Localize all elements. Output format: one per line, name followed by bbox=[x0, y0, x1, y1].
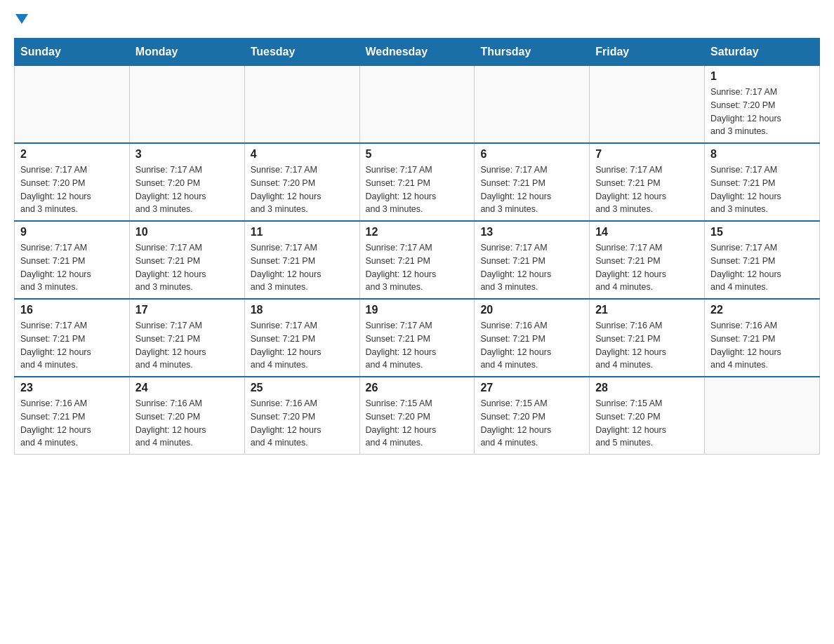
day-number: 4 bbox=[251, 148, 354, 161]
weekday-header-saturday: Saturday bbox=[705, 39, 820, 66]
calendar-cell bbox=[590, 66, 705, 144]
day-number: 19 bbox=[366, 304, 469, 316]
day-number: 20 bbox=[480, 304, 583, 316]
day-info: Sunrise: 7:17 AM Sunset: 7:20 PM Dayligh… bbox=[135, 163, 239, 216]
day-number: 17 bbox=[135, 304, 239, 316]
calendar-cell: 8Sunrise: 7:17 AM Sunset: 7:21 PM Daylig… bbox=[705, 143, 820, 221]
weekday-header-friday: Friday bbox=[590, 39, 705, 66]
day-info: Sunrise: 7:17 AM Sunset: 7:21 PM Dayligh… bbox=[135, 319, 239, 372]
calendar-cell: 16Sunrise: 7:17 AM Sunset: 7:21 PM Dayli… bbox=[15, 299, 130, 377]
day-number: 6 bbox=[480, 148, 583, 161]
calendar-cell: 7Sunrise: 7:17 AM Sunset: 7:21 PM Daylig… bbox=[590, 143, 705, 221]
calendar-week-row: 16Sunrise: 7:17 AM Sunset: 7:21 PM Dayli… bbox=[15, 299, 820, 377]
page-header bbox=[14, 14, 820, 24]
calendar-cell: 4Sunrise: 7:17 AM Sunset: 7:20 PM Daylig… bbox=[244, 143, 359, 221]
day-number: 2 bbox=[20, 148, 124, 161]
calendar-cell: 23Sunrise: 7:16 AM Sunset: 7:21 PM Dayli… bbox=[15, 377, 130, 455]
calendar-week-row: 1Sunrise: 7:17 AM Sunset: 7:20 PM Daylig… bbox=[15, 66, 820, 144]
calendar-cell: 18Sunrise: 7:17 AM Sunset: 7:21 PM Dayli… bbox=[244, 299, 359, 377]
day-number: 24 bbox=[135, 382, 239, 394]
day-info: Sunrise: 7:17 AM Sunset: 7:21 PM Dayligh… bbox=[366, 319, 469, 372]
calendar-cell: 10Sunrise: 7:17 AM Sunset: 7:21 PM Dayli… bbox=[129, 221, 244, 299]
weekday-header-sunday: Sunday bbox=[15, 39, 130, 66]
day-info: Sunrise: 7:17 AM Sunset: 7:21 PM Dayligh… bbox=[710, 163, 814, 216]
day-info: Sunrise: 7:17 AM Sunset: 7:21 PM Dayligh… bbox=[595, 241, 699, 294]
day-info: Sunrise: 7:15 AM Sunset: 7:20 PM Dayligh… bbox=[366, 397, 469, 450]
calendar-table: SundayMondayTuesdayWednesdayThursdayFrid… bbox=[14, 38, 820, 455]
day-info: Sunrise: 7:16 AM Sunset: 7:21 PM Dayligh… bbox=[595, 319, 699, 372]
calendar-cell: 19Sunrise: 7:17 AM Sunset: 7:21 PM Dayli… bbox=[359, 299, 475, 377]
day-info: Sunrise: 7:17 AM Sunset: 7:21 PM Dayligh… bbox=[135, 241, 239, 294]
day-info: Sunrise: 7:16 AM Sunset: 7:21 PM Dayligh… bbox=[480, 319, 583, 372]
day-number: 25 bbox=[251, 382, 354, 394]
calendar-cell: 24Sunrise: 7:16 AM Sunset: 7:20 PM Dayli… bbox=[129, 377, 244, 455]
day-info: Sunrise: 7:16 AM Sunset: 7:20 PM Dayligh… bbox=[135, 397, 239, 450]
day-info: Sunrise: 7:16 AM Sunset: 7:20 PM Dayligh… bbox=[251, 397, 354, 450]
calendar-week-row: 23Sunrise: 7:16 AM Sunset: 7:21 PM Dayli… bbox=[15, 377, 820, 455]
weekday-header-row: SundayMondayTuesdayWednesdayThursdayFrid… bbox=[15, 39, 820, 66]
logo bbox=[14, 14, 28, 24]
calendar-cell: 12Sunrise: 7:17 AM Sunset: 7:21 PM Dayli… bbox=[359, 221, 475, 299]
day-number: 16 bbox=[20, 304, 124, 316]
calendar-cell: 22Sunrise: 7:16 AM Sunset: 7:21 PM Dayli… bbox=[705, 299, 820, 377]
calendar-cell: 28Sunrise: 7:15 AM Sunset: 7:20 PM Dayli… bbox=[590, 377, 705, 455]
calendar-cell: 13Sunrise: 7:17 AM Sunset: 7:21 PM Dayli… bbox=[475, 221, 590, 299]
day-info: Sunrise: 7:17 AM Sunset: 7:21 PM Dayligh… bbox=[20, 241, 124, 294]
day-info: Sunrise: 7:17 AM Sunset: 7:21 PM Dayligh… bbox=[480, 163, 583, 216]
calendar-week-row: 9Sunrise: 7:17 AM Sunset: 7:21 PM Daylig… bbox=[15, 221, 820, 299]
day-info: Sunrise: 7:17 AM Sunset: 7:20 PM Dayligh… bbox=[251, 163, 354, 216]
day-number: 9 bbox=[20, 226, 124, 239]
weekday-header-tuesday: Tuesday bbox=[244, 39, 359, 66]
calendar-cell bbox=[244, 66, 359, 144]
day-info: Sunrise: 7:16 AM Sunset: 7:21 PM Dayligh… bbox=[20, 397, 124, 450]
day-number: 18 bbox=[251, 304, 354, 316]
day-number: 12 bbox=[366, 226, 469, 239]
day-info: Sunrise: 7:17 AM Sunset: 7:20 PM Dayligh… bbox=[20, 163, 124, 216]
day-info: Sunrise: 7:17 AM Sunset: 7:21 PM Dayligh… bbox=[251, 241, 354, 294]
day-number: 10 bbox=[135, 226, 239, 239]
calendar-cell: 14Sunrise: 7:17 AM Sunset: 7:21 PM Dayli… bbox=[590, 221, 705, 299]
calendar-cell: 26Sunrise: 7:15 AM Sunset: 7:20 PM Dayli… bbox=[359, 377, 475, 455]
calendar-cell bbox=[359, 66, 475, 144]
calendar-cell: 21Sunrise: 7:16 AM Sunset: 7:21 PM Dayli… bbox=[590, 299, 705, 377]
calendar-cell: 27Sunrise: 7:15 AM Sunset: 7:20 PM Dayli… bbox=[475, 377, 590, 455]
calendar-cell bbox=[705, 377, 820, 455]
calendar-cell: 5Sunrise: 7:17 AM Sunset: 7:21 PM Daylig… bbox=[359, 143, 475, 221]
logo-triangle-icon bbox=[15, 14, 28, 24]
calendar-cell bbox=[15, 66, 130, 144]
calendar-cell: 9Sunrise: 7:17 AM Sunset: 7:21 PM Daylig… bbox=[15, 221, 130, 299]
day-number: 5 bbox=[366, 148, 469, 161]
day-number: 21 bbox=[595, 304, 699, 316]
calendar-cell: 15Sunrise: 7:17 AM Sunset: 7:21 PM Dayli… bbox=[705, 221, 820, 299]
calendar-cell: 25Sunrise: 7:16 AM Sunset: 7:20 PM Dayli… bbox=[244, 377, 359, 455]
day-number: 22 bbox=[710, 304, 814, 316]
weekday-header-wednesday: Wednesday bbox=[359, 39, 475, 66]
day-number: 11 bbox=[251, 226, 354, 239]
day-number: 27 bbox=[480, 382, 583, 394]
weekday-header-monday: Monday bbox=[129, 39, 244, 66]
calendar-cell: 2Sunrise: 7:17 AM Sunset: 7:20 PM Daylig… bbox=[15, 143, 130, 221]
calendar-cell: 1Sunrise: 7:17 AM Sunset: 7:20 PM Daylig… bbox=[705, 66, 820, 144]
calendar-cell: 20Sunrise: 7:16 AM Sunset: 7:21 PM Dayli… bbox=[475, 299, 590, 377]
calendar-cell: 3Sunrise: 7:17 AM Sunset: 7:20 PM Daylig… bbox=[129, 143, 244, 221]
day-number: 7 bbox=[595, 148, 699, 161]
day-info: Sunrise: 7:17 AM Sunset: 7:21 PM Dayligh… bbox=[366, 241, 469, 294]
day-number: 26 bbox=[366, 382, 469, 394]
day-number: 23 bbox=[20, 382, 124, 394]
calendar-week-row: 2Sunrise: 7:17 AM Sunset: 7:20 PM Daylig… bbox=[15, 143, 820, 221]
weekday-header-thursday: Thursday bbox=[475, 39, 590, 66]
calendar-cell bbox=[129, 66, 244, 144]
day-info: Sunrise: 7:16 AM Sunset: 7:21 PM Dayligh… bbox=[710, 319, 814, 372]
day-info: Sunrise: 7:15 AM Sunset: 7:20 PM Dayligh… bbox=[480, 397, 583, 450]
day-info: Sunrise: 7:15 AM Sunset: 7:20 PM Dayligh… bbox=[595, 397, 699, 450]
day-info: Sunrise: 7:17 AM Sunset: 7:21 PM Dayligh… bbox=[20, 319, 124, 372]
calendar-cell: 6Sunrise: 7:17 AM Sunset: 7:21 PM Daylig… bbox=[475, 143, 590, 221]
day-number: 8 bbox=[710, 148, 814, 161]
calendar-cell bbox=[475, 66, 590, 144]
day-info: Sunrise: 7:17 AM Sunset: 7:20 PM Dayligh… bbox=[710, 86, 814, 138]
day-info: Sunrise: 7:17 AM Sunset: 7:21 PM Dayligh… bbox=[480, 241, 583, 294]
day-number: 28 bbox=[595, 382, 699, 394]
day-number: 1 bbox=[710, 70, 814, 83]
day-number: 13 bbox=[480, 226, 583, 239]
day-number: 3 bbox=[135, 148, 239, 161]
